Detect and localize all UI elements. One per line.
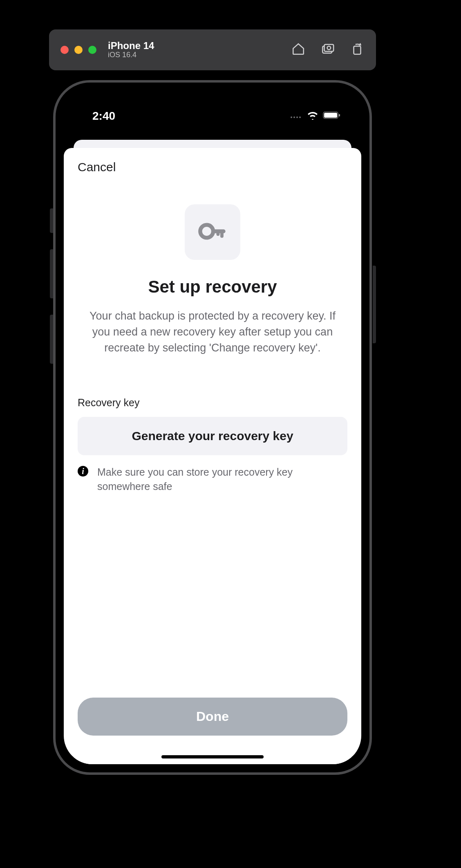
phone-power-button (373, 266, 376, 343)
modal-sheet: Cancel Set up recovery Your chat backup … (64, 148, 361, 764)
page-title: Set up recovery (148, 277, 277, 297)
battery-icon (323, 111, 341, 121)
os-version-label: iOS 16.4 (108, 51, 154, 59)
recovery-key-section-label: Recovery key (78, 397, 347, 409)
camera-icon (321, 42, 335, 58)
hint-text: Make sure you can store your recovery ke… (97, 465, 347, 494)
zoom-window-button[interactable] (88, 46, 96, 54)
hero-section: Set up recovery Your chat backup is prot… (78, 204, 347, 356)
done-button[interactable]: Done (78, 698, 347, 736)
cancel-button[interactable]: Cancel (78, 160, 116, 174)
wifi-icon (307, 111, 319, 121)
key-icon (197, 216, 228, 248)
screenshot-button[interactable] (320, 43, 335, 57)
phone-frame: 2:40 Cancel (53, 80, 372, 775)
rotate-icon (350, 42, 364, 58)
status-indicators (290, 111, 341, 121)
phone-volume-up (50, 249, 53, 298)
page-description: Your chat backup is protected by a recov… (78, 308, 347, 356)
svg-rect-4 (354, 46, 361, 54)
device-info: iPhone 14 iOS 16.4 (108, 40, 154, 59)
phone-volume-down (50, 315, 53, 364)
rotate-button[interactable] (350, 43, 365, 57)
minimize-window-button[interactable] (74, 46, 83, 54)
phone-screen: 2:40 Cancel (64, 91, 361, 764)
home-button[interactable] (291, 43, 306, 57)
key-icon-tile (185, 204, 240, 260)
device-name-label: iPhone 14 (108, 40, 154, 51)
svg-point-7 (296, 116, 298, 118)
close-window-button[interactable] (60, 46, 69, 54)
svg-point-6 (293, 116, 295, 118)
info-icon: i (78, 466, 88, 477)
svg-rect-15 (217, 231, 220, 236)
phone-mute-switch (50, 208, 53, 233)
svg-point-5 (291, 116, 292, 118)
svg-point-8 (299, 116, 301, 118)
svg-rect-2 (324, 45, 334, 51)
svg-rect-10 (324, 113, 337, 118)
svg-rect-11 (339, 114, 340, 116)
window-controls (60, 46, 96, 54)
dynamic-island (170, 101, 255, 123)
svg-point-12 (200, 225, 213, 238)
simulator-toolbar: iPhone 14 iOS 16.4 (49, 29, 376, 70)
hint-row: i Make sure you can store your recovery … (78, 465, 347, 494)
home-icon (291, 42, 305, 58)
svg-rect-14 (220, 231, 224, 238)
generate-recovery-key-button[interactable]: Generate your recovery key (78, 417, 347, 455)
home-indicator[interactable] (161, 755, 264, 758)
status-time: 2:40 (92, 110, 115, 123)
cellular-icon (290, 112, 302, 120)
